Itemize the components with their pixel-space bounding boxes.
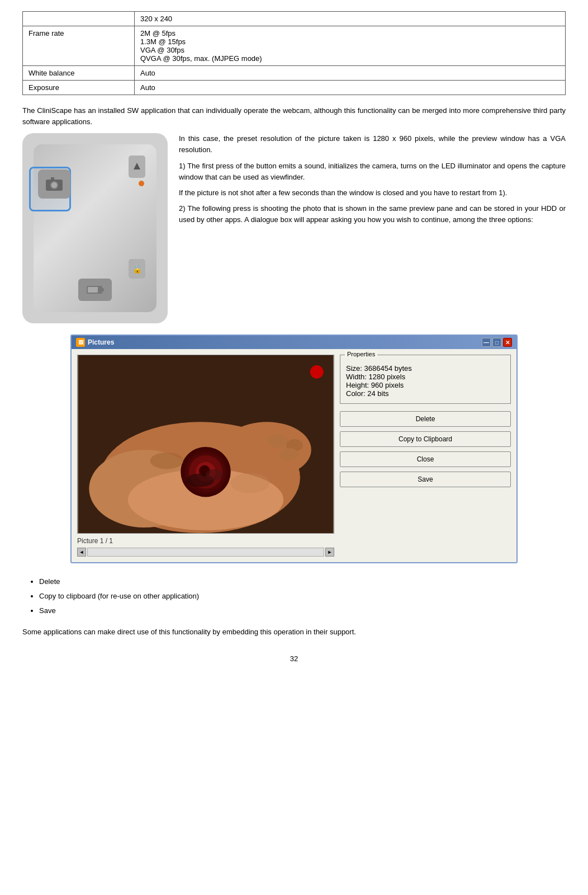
dialog-titlebar-left: 🖼 Pictures	[76, 338, 114, 347]
table-cell-value: Auto	[135, 81, 566, 95]
property-size: Size: 3686454 bytes	[346, 364, 505, 373]
lock-button: 🔒	[129, 259, 145, 279]
footer-paragraph: Some applications can make direct use of…	[22, 626, 566, 638]
table-cell-label: Exposure	[23, 81, 135, 95]
table-cell-label: Frame rate	[23, 26, 135, 66]
scroll-right-button[interactable]: ►	[325, 548, 334, 557]
dialog-titlebar-controls[interactable]: — □ ✕	[482, 338, 512, 347]
content-row: 🔒	[22, 133, 566, 323]
pictures-dialog-wrapper: 🖼 Pictures — □ ✕	[70, 335, 518, 563]
svg-rect-4	[51, 177, 54, 180]
properties-group-title: Properties	[345, 351, 377, 357]
svg-point-19	[310, 365, 324, 379]
dialog-right-panel: Properties Size: 3686454 bytes Width: 12…	[340, 355, 511, 557]
table-row: 320 x 240	[23, 12, 566, 26]
copy-to-clipboard-button[interactable]: Copy to Clipboard	[340, 431, 511, 447]
table-cell-value: Auto	[135, 66, 566, 81]
bottom-button	[78, 279, 112, 301]
right-text-column: In this case, the preset resolution of t…	[179, 133, 566, 323]
scroll-track[interactable]	[87, 548, 324, 557]
list-item-copy: Copy to clipboard (for re-use on other a…	[39, 589, 566, 604]
spec-table: 320 x 240 Frame rate 2M @ 5fps 1.3M @ 15…	[22, 11, 566, 95]
dialog-image-area: Picture 1 / 1 ◄ ►	[77, 355, 334, 557]
right-text-1: In this case, the preset resolution of t…	[179, 133, 566, 156]
property-height: Height: 960 pixels	[346, 381, 505, 389]
options-list: Delete Copy to clipboard (for re-use on …	[39, 574, 566, 618]
dialog-app-icon: 🖼	[76, 338, 85, 347]
svg-point-18	[206, 469, 222, 481]
battery-icon	[86, 284, 104, 296]
device-image: 🔒	[22, 133, 168, 323]
svg-point-21	[231, 473, 270, 493]
page-number: 32	[22, 654, 566, 663]
right-text-4: 2) The following press is shooting the p…	[179, 203, 566, 225]
property-width: Width: 1280 pixels	[346, 373, 505, 381]
scroll-left-button[interactable]: ◄	[77, 548, 86, 557]
maximize-button[interactable]: □	[492, 338, 501, 347]
dialog-title: Pictures	[88, 338, 114, 346]
table-cell-value: 2M @ 5fps 1.3M @ 15fps VGA @ 30fps QVGA …	[135, 26, 566, 66]
table-row: White balance Auto	[23, 66, 566, 81]
properties-group: Properties Size: 3686454 bytes Width: 12…	[340, 355, 511, 404]
svg-marker-0	[134, 163, 140, 169]
svg-point-3	[51, 182, 57, 188]
arrow-up-button	[129, 156, 145, 178]
right-text-2: 1) The first press of the button emits a…	[179, 161, 566, 183]
orange-led-indicator	[139, 181, 144, 186]
camera-button	[38, 169, 70, 199]
image-caption: Picture 1 / 1	[77, 537, 334, 545]
table-cell-label: White balance	[23, 66, 135, 81]
list-item-delete: Delete	[39, 574, 566, 589]
svg-point-22	[268, 435, 288, 448]
table-row: Frame rate 2M @ 5fps 1.3M @ 15fps VGA @ …	[23, 26, 566, 66]
dialog-titlebar: 🖼 Pictures — □ ✕	[72, 336, 516, 349]
svg-rect-6	[102, 288, 104, 291]
table-cell-label	[23, 12, 135, 26]
intro-paragraph: The CliniScape has an installed SW appli…	[22, 105, 566, 128]
image-frame	[77, 355, 334, 534]
close-window-button[interactable]: ✕	[503, 338, 512, 347]
list-item-save: Save	[39, 604, 566, 618]
device-body: 🔒	[34, 144, 157, 312]
table-cell-value: 320 x 240	[135, 12, 566, 26]
device-image-column: 🔒	[22, 133, 168, 323]
dialog-body: Picture 1 / 1 ◄ ► Properties Size: 36864…	[72, 349, 516, 562]
table-row: Exposure Auto	[23, 81, 566, 95]
svg-point-24	[279, 448, 298, 460]
svg-rect-7	[88, 287, 98, 293]
delete-button[interactable]: Delete	[340, 411, 511, 427]
close-dialog-button[interactable]: Close	[340, 451, 511, 467]
right-text-3: If the picture is not shot after a few s…	[179, 187, 566, 199]
save-button[interactable]: Save	[340, 472, 511, 487]
image-scrollbar[interactable]: ◄ ►	[77, 548, 334, 557]
minimize-button[interactable]: —	[482, 338, 491, 347]
camera-icon	[45, 176, 63, 192]
foot-wound-image	[78, 355, 334, 533]
property-color: Color: 24 bits	[346, 389, 505, 398]
pictures-dialog: 🖼 Pictures — □ ✕	[70, 335, 518, 563]
svg-point-20	[150, 453, 184, 469]
